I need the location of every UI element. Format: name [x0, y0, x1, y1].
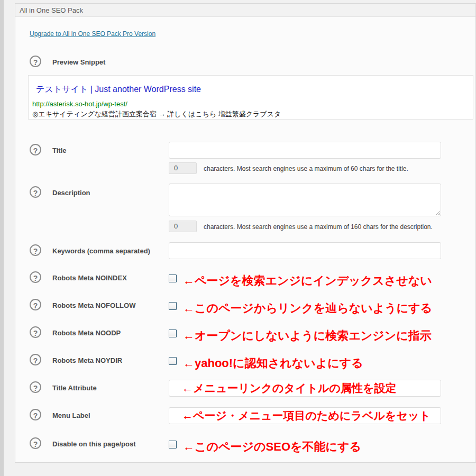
description-char-counter: 0 — [169, 221, 197, 232]
noodp-label: Robots Meta NOODP — [52, 329, 121, 337]
keywords-input[interactable] — [169, 242, 441, 259]
nofollow-annotation: ←このページからリンクを辿らないようにする — [183, 301, 432, 315]
help-icon-title[interactable]: ? — [30, 144, 41, 155]
snippet-preview-box: テストサイト | Just another WordPress site htt… — [28, 75, 473, 120]
help-icon-noodp[interactable]: ? — [30, 326, 41, 338]
noydir-checkbox[interactable] — [169, 357, 177, 365]
keywords-label: Keywords (comma separated) — [52, 247, 150, 255]
preview-snippet-label: Preview Snippet — [52, 58, 105, 67]
title-attribute-input[interactable] — [169, 380, 441, 397]
menu-label-input[interactable] — [169, 407, 441, 424]
disable-seo-annotation: ←このページのSEOを不能にする — [183, 440, 361, 454]
menu-label-label: Menu Label — [52, 411, 90, 420]
help-icon-noydir[interactable]: ? — [30, 354, 41, 365]
disable-seo-label: Disable on this page/post — [52, 440, 135, 448]
snippet-description: ◎エキサイティングな経営計画立案合宿 → 詳しくはこちら 増益繁盛クラブスタ — [32, 109, 468, 119]
title-char-hint: characters. Most search engines use a ma… — [204, 165, 408, 172]
description-textarea[interactable] — [169, 184, 441, 216]
noydir-label: Robots Meta NOYDIR — [52, 356, 122, 365]
metabox-header: All in One SEO Pack — [15, 4, 475, 17]
title-label: Title — [52, 147, 67, 155]
help-icon-nofollow[interactable]: ? — [30, 299, 41, 310]
metabox-title: All in One SEO Pack — [20, 6, 83, 14]
snippet-url: http://asterisk.so-hot.jp/wp-test/ — [32, 100, 468, 108]
noydir-annotation: ←yahoo!に認知されないよにする — [183, 356, 363, 370]
disable-seo-checkbox[interactable] — [169, 441, 177, 448]
description-textarea-wrap — [169, 184, 441, 216]
aioseo-metabox: All in One SEO Pack Upgrade to All in On… — [15, 3, 476, 463]
help-icon-title-attribute[interactable]: ? — [30, 381, 41, 393]
title-input[interactable] — [169, 142, 441, 159]
help-icon-menu-label[interactable]: ? — [30, 409, 41, 420]
noindex-checkbox[interactable] — [169, 274, 177, 282]
noindex-label: Robots Meta NOINDEX — [52, 274, 127, 282]
description-char-hint: characters. Most search engines use a ma… — [204, 223, 433, 231]
help-icon-description[interactable]: ? — [30, 186, 41, 198]
title-char-counter: 0 — [169, 162, 197, 174]
help-icon-noindex[interactable]: ? — [30, 271, 41, 283]
description-label: Description — [52, 189, 90, 197]
title-attribute-label: Title Attribute — [52, 384, 97, 392]
help-icon-keywords[interactable]: ? — [30, 244, 41, 256]
noodp-annotation: ←オープンにしないように検索エンジンに指示 — [183, 329, 432, 343]
noodp-checkbox[interactable] — [169, 329, 177, 337]
admin-page-left-strip — [0, 0, 4, 476]
nofollow-checkbox[interactable] — [169, 302, 177, 310]
help-icon-preview-snippet[interactable]: ? — [30, 56, 41, 67]
nofollow-label: Robots Meta NOFOLLOW — [52, 301, 135, 310]
help-icon-disable-seo[interactable]: ? — [30, 437, 41, 449]
noindex-annotation: ←ページを検索エンジにインデックスさせない — [183, 274, 432, 288]
snippet-site-title: テストサイト | Just another WordPress site — [36, 84, 468, 95]
upgrade-pro-link[interactable]: Upgrade to All in One SEO Pack Pro Versi… — [30, 30, 155, 38]
